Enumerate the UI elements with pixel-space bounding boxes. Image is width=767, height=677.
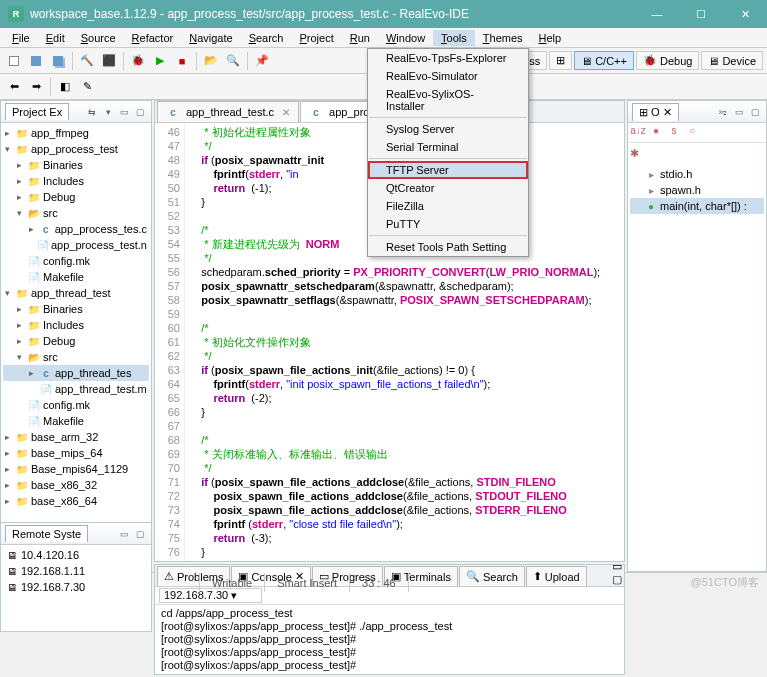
tools-menu-item[interactable]: Syslog Server [368,120,528,138]
minimize-outline-icon[interactable]: ▭ [732,105,746,119]
tools-menu-item[interactable]: PuTTY [368,215,528,233]
close-tab-icon[interactable]: ✕ [282,107,290,118]
perspective-device[interactable]: 🖥Device [701,51,763,70]
tree-item[interactable]: ▸app_process_tes.c [3,221,149,237]
tree-item[interactable]: ▸Binaries [3,157,149,173]
menu-source[interactable]: Source [73,30,124,46]
tree-item[interactable]: app_thread_test.m [3,381,149,397]
collapse-icon[interactable]: ✱ [630,147,639,160]
tree-item[interactable]: app_process_test.n [3,237,149,253]
new-icon[interactable] [4,51,24,71]
tools-menu-item[interactable]: RealEvo-SylixOS-Installer [368,85,528,115]
maximize-view-icon[interactable]: ▢ [133,105,147,119]
tree-item[interactable]: ▸base_arm_32 [3,429,149,445]
stop-icon[interactable]: ■ [172,51,192,71]
tools-menu-item[interactable]: TFTP Server [368,161,528,179]
outline-item[interactable]: main(int, char*[]) : [630,198,764,214]
minimize-remote-icon[interactable]: ▭ [117,527,131,541]
minimize-bottom-icon[interactable]: ▭ [612,560,622,573]
menu-window[interactable]: Window [378,30,433,46]
bottom-tab-upload[interactable]: ⬆Upload [526,566,587,586]
tools-menu-item[interactable]: FileZilla [368,197,528,215]
debug-icon[interactable]: 🐞 [128,51,148,71]
tree-item[interactable]: ▾src [3,205,149,221]
menu-file[interactable]: File [4,30,38,46]
tree-item[interactable]: ▸Includes [3,173,149,189]
tree-item[interactable]: ▸Debug [3,189,149,205]
save-icon[interactable] [26,51,46,71]
run-icon[interactable]: ▶ [150,51,170,71]
tree-item[interactable]: ▸base_x86_64 [3,493,149,509]
console-output[interactable]: cd /apps/app_process_test[root@sylixos:/… [155,605,624,674]
project-tree[interactable]: ▸app_ffmpeg▾app_process_test▸Binaries▸In… [1,123,151,571]
build-all-icon[interactable]: ⬛ [99,51,119,71]
maximize-button[interactable]: ☐ [687,3,715,25]
tree-item[interactable]: ▾app_process_test [3,141,149,157]
tree-item[interactable]: ▸base_x86_32 [3,477,149,493]
editor-tab[interactable]: app_thread_test.c✕ [157,101,299,122]
tools-menu-dropdown[interactable]: RealEvo-TpsFs-ExplorerRealEvo-SimulatorR… [367,48,529,257]
maximize-remote-icon[interactable]: ▢ [133,527,147,541]
nav-back-icon[interactable]: ⬅ [4,77,24,97]
perspective-cpp[interactable]: 🖥C/C++ [574,51,634,70]
menu-refactor[interactable]: Refactor [124,30,182,46]
project-explorer-tab[interactable]: Project Ex [5,103,69,120]
menu-project[interactable]: Project [292,30,342,46]
remote-host[interactable]: 192.168.1.11 [3,563,149,579]
remote-systems-tab[interactable]: Remote Syste [5,525,88,542]
hide-static-icon[interactable]: s [666,125,682,141]
menu-run[interactable]: Run [342,30,378,46]
outline-menu-icon[interactable]: »₂ [716,105,730,119]
tree-item[interactable]: ▸Base_mpis64_1129 [3,461,149,477]
hide-nonpublic-icon[interactable]: ○ [684,125,700,141]
open-perspective-icon[interactable]: ⊞ [549,51,572,70]
tools-menu-item[interactable]: RealEvo-Simulator [368,67,528,85]
perspective-debug[interactable]: 🐞Debug [636,51,699,70]
tree-item[interactable]: config.mk [3,397,149,413]
menu-search[interactable]: Search [241,30,292,46]
view-menu-icon[interactable]: ▾ [101,105,115,119]
sort-icon[interactable]: a↓z [630,125,646,141]
remote-tree[interactable]: 10.4.120.16192.168.1.11192.168.7.30 [1,545,151,631]
menu-edit[interactable]: Edit [38,30,73,46]
remote-host[interactable]: 10.4.120.16 [3,547,149,563]
outline-item[interactable]: spawn.h [630,182,764,198]
tree-item[interactable]: ▸base_mips_64 [3,445,149,461]
menu-help[interactable]: Help [531,30,570,46]
menu-themes[interactable]: Themes [475,30,531,46]
tree-item[interactable]: ▸Binaries [3,301,149,317]
build-icon[interactable]: 🔨 [77,51,97,71]
tools-menu-item[interactable]: Serial Terminal [368,138,528,156]
tools-menu-item[interactable]: Reset Tools Path Setting [368,238,528,256]
marker-icon[interactable]: ✎ [77,77,97,97]
hide-fields-icon[interactable]: ● [648,125,664,141]
search-icon[interactable]: 🔍 [223,51,243,71]
close-button[interactable]: ✕ [731,3,759,25]
tree-item[interactable]: ▸Debug [3,333,149,349]
maximize-bottom-icon[interactable]: ▢ [612,573,622,586]
tree-item[interactable]: ▸app_ffmpeg [3,125,149,141]
tree-item[interactable]: ▸Includes [3,317,149,333]
tree-item[interactable]: ▾src [3,349,149,365]
outline-tree[interactable]: stdio.hspawn.hmain(int, char*[]) : [628,164,766,571]
tools-menu-item[interactable]: RealEvo-TpsFs-Explorer [368,49,528,67]
minimize-button[interactable]: ― [643,3,671,25]
tools-menu-item[interactable]: QtCreator [368,179,528,197]
link-editor-icon[interactable]: ⇆ [85,105,99,119]
tree-item[interactable]: Makefile [3,413,149,429]
nav-fwd-icon[interactable]: ➡ [26,77,46,97]
menu-navigate[interactable]: Navigate [181,30,240,46]
tree-item[interactable]: ▾app_thread_test [3,285,149,301]
open-type-icon[interactable]: 📂 [201,51,221,71]
saveall-icon[interactable] [48,51,68,71]
remote-host[interactable]: 192.168.7.30 [3,579,149,595]
tree-item[interactable]: Makefile [3,269,149,285]
maximize-outline-icon[interactable]: ▢ [748,105,762,119]
bottom-tab-search[interactable]: 🔍Search [459,566,525,586]
pin-icon[interactable]: 📌 [252,51,272,71]
outline-item[interactable]: stdio.h [630,166,764,182]
tree-item[interactable]: config.mk [3,253,149,269]
minimize-view-icon[interactable]: ▭ [117,105,131,119]
toggle-icon[interactable]: ◧ [55,77,75,97]
outline-tab[interactable]: ⊞ O ✕ [632,103,679,121]
